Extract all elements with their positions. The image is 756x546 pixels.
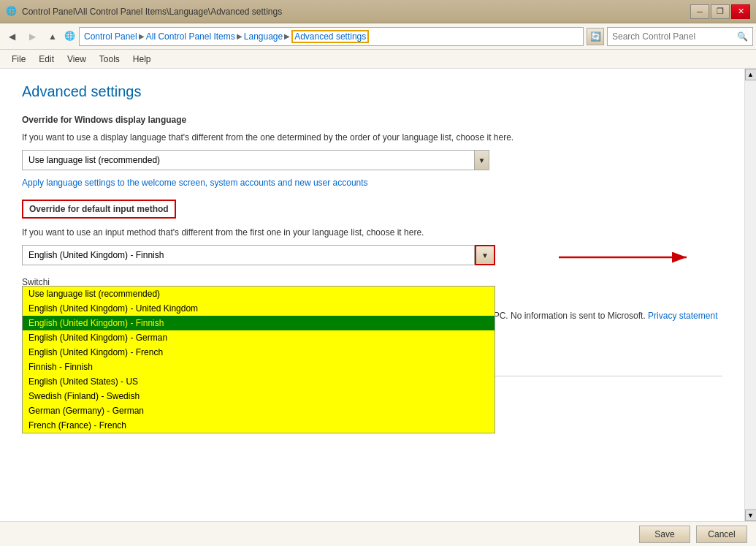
display-language-value: Use language list (recommended) [28, 155, 160, 165]
breadcrumb-bar: Control Panel ▶ All Control Panel Items … [79, 27, 584, 46]
apply-language-link[interactable]: Apply language settings to the welcome s… [22, 178, 368, 188]
menu-view[interactable]: View [61, 51, 92, 67]
breadcrumb-current[interactable]: Advanced settings [291, 30, 369, 43]
dropdown-option-6[interactable]: English (United States) - US [23, 374, 495, 389]
input-dropdown-row: English (United Kingdom) - Finnish ▼ [22, 245, 495, 265]
dropdown-option-7[interactable]: Swedish (Finland) - Swedish [23, 389, 495, 403]
display-language-section: Override for Windows display language If… [22, 115, 722, 188]
back-button[interactable]: ◀ [3, 28, 20, 45]
save-button[interactable]: Save [639, 526, 690, 543]
breadcrumb-sep-2: ▶ [237, 32, 243, 40]
display-language-dropdown-container: Use language list (recommended) ▼ [22, 150, 489, 170]
display-language-dropdown[interactable]: Use language list (recommended) ▼ [22, 150, 489, 170]
cancel-button[interactable]: Cancel [696, 526, 747, 543]
scrollbar: ▲ ▼ [744, 69, 756, 521]
dropdown-option-5[interactable]: Finnish - Finnish [23, 360, 495, 374]
page-heading: Advanced settings [22, 83, 722, 100]
menu-tools[interactable]: Tools [93, 51, 126, 67]
menu-help[interactable]: Help [127, 51, 157, 67]
menu-bar: File Edit View Tools Help [0, 50, 756, 69]
dropdown-option-4[interactable]: English (United Kingdom) - French [23, 345, 495, 360]
address-bar: ◀ ▶ ▲ 🌐 Control Panel ▶ All Control Pane… [0, 23, 756, 50]
display-language-desc: If you want to use a display language th… [22, 131, 722, 144]
location-icon: 🌐 [64, 31, 76, 42]
menu-edit[interactable]: Edit [33, 51, 60, 67]
red-arrow-annotation [559, 247, 705, 268]
window-title: Control Panel\All Control Panel Items\La… [22, 7, 282, 17]
search-bar: 🔍 [607, 27, 753, 46]
up-button[interactable]: ▲ [44, 28, 61, 45]
restore-button[interactable]: ❐ [711, 4, 730, 19]
breadcrumb-all-items[interactable]: All Control Panel Items [146, 31, 235, 42]
minimize-button[interactable]: ─ [690, 4, 709, 19]
display-language-label: Override for Windows display language [22, 115, 722, 125]
dropdown-option-2[interactable]: English (United Kingdom) - Finnish [23, 316, 495, 330]
close-button[interactable]: ✕ [731, 4, 750, 19]
menu-file[interactable]: File [6, 51, 31, 67]
input-method-row: English (United Kingdom) - Finnish ▼ [22, 245, 722, 265]
breadcrumb-language[interactable]: Language [244, 31, 283, 42]
input-method-label: Override for default input method [29, 204, 169, 214]
breadcrumb-sep-3: ▶ [284, 32, 290, 40]
dropdown-option-8[interactable]: German (Germany) - German [23, 403, 495, 418]
input-method-desc: If you want to use an input method that'… [22, 226, 722, 239]
content-area: Advanced settings Override for Windows d… [0, 69, 744, 521]
dropdown-option-0[interactable]: Use language list (recommended) [23, 287, 495, 301]
input-method-section: Override for default input method If you… [22, 200, 722, 265]
input-method-value: English (United Kingdom) - Finnish [28, 250, 164, 260]
breadcrumb-control-panel[interactable]: Control Panel [84, 31, 137, 42]
main-content: Advanced settings Override for Windows d… [0, 69, 756, 521]
privacy-statement-link[interactable]: Privacy statement [648, 311, 717, 321]
scroll-up-button[interactable]: ▲ [745, 69, 757, 80]
app-icon: 🌐 [6, 6, 18, 18]
forward-button[interactable]: ▶ [23, 28, 41, 45]
search-icon[interactable]: 🔍 [737, 31, 748, 42]
dropdown-option-3[interactable]: English (United Kingdom) - German [23, 330, 495, 345]
window-controls: ─ ❐ ✕ [690, 4, 750, 19]
dropdown-option-1[interactable]: English (United Kingdom) - United Kingdo… [23, 301, 495, 316]
input-method-dropdown[interactable]: English (United Kingdom) - Finnish [22, 245, 475, 265]
refresh-button[interactable]: 🔄 [587, 28, 604, 45]
scroll-down-button[interactable]: ▼ [745, 509, 757, 521]
input-method-dropdown-btn[interactable]: ▼ [475, 245, 495, 265]
bottom-bar: Save Cancel [0, 521, 756, 546]
dropdown-option-9[interactable]: French (France) - French [23, 418, 495, 433]
search-input[interactable] [612, 31, 737, 42]
display-language-arrow[interactable]: ▼ [474, 151, 489, 170]
breadcrumb-sep-1: ▶ [139, 32, 145, 40]
title-bar: 🌐 Control Panel\All Control Panel Items\… [0, 0, 756, 23]
input-method-dropdown-list: Use language list (recommended) English … [22, 286, 495, 433]
